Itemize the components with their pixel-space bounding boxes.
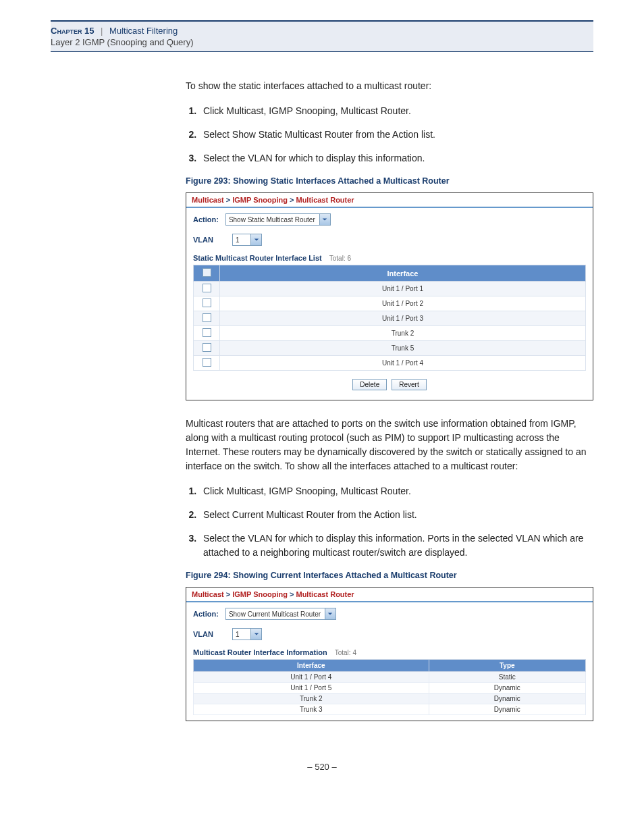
chapter-header: Chapter 15 | Multicast Filtering Layer 2… — [51, 20, 593, 52]
chevron-down-icon — [325, 608, 336, 619]
breadcrumb-sep: > — [226, 196, 232, 204]
type-cell: Dynamic — [429, 694, 585, 704]
checkbox-icon — [203, 268, 211, 277]
vlan-dropdown[interactable]: 1 — [232, 234, 262, 246]
interface-table: Interface Unit 1 / Port 1 Unit 1 / Port … — [193, 265, 586, 371]
breadcrumb-sep: > — [226, 590, 232, 598]
screenshot-static-router: Multicast > IGMP Snooping > Multicast Ro… — [186, 192, 593, 400]
figure-caption-294: Figure 294: Showing Current Interfaces A… — [186, 571, 593, 580]
type-cell: Static — [429, 672, 585, 683]
table-row: Unit 1 / Port 4Static — [194, 672, 586, 683]
breadcrumb-item: IGMP Snooping — [232, 590, 288, 598]
list-title: Static Multicast Router Interface List T… — [193, 254, 586, 262]
type-cell: Dynamic — [429, 683, 585, 694]
breadcrumb: Multicast > IGMP Snooping > Multicast Ro… — [186, 588, 593, 602]
list-title-text: Multicast Router Interface Information — [193, 648, 327, 656]
table-row: Unit 1 / Port 2 — [194, 296, 586, 311]
vlan-label: VLAN — [193, 630, 225, 638]
table-row: Trunk 2Dynamic — [194, 694, 586, 704]
chevron-down-icon — [250, 234, 261, 245]
row-checkbox[interactable] — [203, 313, 211, 322]
breadcrumb-item: Multicast Router — [296, 590, 354, 598]
breadcrumb-item: Multicast — [192, 590, 224, 598]
vlan-label: VLAN — [193, 236, 225, 244]
interface-cell: Unit 1 / Port 2 — [220, 296, 586, 311]
breadcrumb-item: Multicast Router — [296, 196, 354, 204]
figure-caption-293: Figure 293: Showing Static Interfaces At… — [186, 176, 593, 186]
vlan-dropdown-value: 1 — [233, 629, 250, 640]
table-row: Trunk 2 — [194, 326, 586, 341]
step-item: Select Current Multicast Router from the… — [199, 508, 593, 522]
page-number: – 520 – — [51, 762, 593, 772]
separator: | — [101, 26, 103, 36]
col-interface-header: Interface — [194, 660, 429, 672]
select-all-header[interactable] — [194, 265, 220, 282]
table-row: Unit 1 / Port 5Dynamic — [194, 683, 586, 694]
table-row: Unit 1 / Port 1 — [194, 282, 586, 296]
section-title: Multicast Filtering — [109, 26, 178, 36]
steps-list-2: Click Multicast, IGMP Snooping, Multicas… — [186, 484, 593, 560]
interface-cell: Unit 1 / Port 1 — [220, 282, 586, 296]
step-item: Click Multicast, IGMP Snooping, Multicas… — [199, 484, 593, 498]
breadcrumb-item: IGMP Snooping — [232, 196, 288, 204]
vlan-dropdown-value: 1 — [233, 234, 250, 245]
steps-list-1: Click Multicast, IGMP Snooping, Multicas… — [186, 104, 593, 165]
interface-cell: Unit 1 / Port 4 — [220, 356, 586, 371]
step-item: Select Show Static Multicast Router from… — [199, 128, 593, 142]
action-label: Action: — [193, 610, 219, 618]
interface-type-table: Interface Type Unit 1 / Port 4Static Uni… — [193, 659, 586, 715]
row-checkbox[interactable] — [203, 328, 211, 337]
step-item: Select the VLAN for which to display thi… — [199, 151, 593, 165]
table-row: Trunk 3Dynamic — [194, 704, 586, 715]
chevron-down-icon — [319, 214, 330, 225]
interface-cell: Trunk 3 — [194, 704, 429, 715]
delete-button[interactable]: Delete — [352, 379, 387, 390]
vlan-dropdown[interactable]: 1 — [232, 628, 262, 640]
screenshot-current-router: Multicast > IGMP Snooping > Multicast Ro… — [186, 587, 593, 721]
interface-cell: Trunk 2 — [220, 326, 586, 341]
chapter-label: Chapter 15 — [51, 26, 94, 36]
col-type-header: Type — [429, 660, 585, 672]
table-row: Unit 1 / Port 3 — [194, 311, 586, 326]
list-title: Multicast Router Interface Information T… — [193, 648, 586, 656]
row-checkbox[interactable] — [203, 298, 211, 307]
step-item: Select the VLAN for which to display thi… — [199, 531, 593, 560]
action-dropdown-value: Show Static Multicast Router — [226, 214, 319, 225]
row-checkbox[interactable] — [203, 358, 211, 367]
row-checkbox[interactable] — [203, 343, 211, 352]
type-cell: Dynamic — [429, 704, 585, 715]
list-total: Total: 6 — [329, 255, 351, 262]
breadcrumb: Multicast > IGMP Snooping > Multicast Ro… — [186, 193, 593, 208]
table-row: Trunk 5 — [194, 341, 586, 356]
action-dropdown[interactable]: Show Static Multicast Router — [225, 213, 331, 226]
subsection-title: Layer 2 IGMP (Snooping and Query) — [51, 37, 593, 47]
step-item: Click Multicast, IGMP Snooping, Multicas… — [199, 104, 593, 118]
list-title-text: Static Multicast Router Interface List — [193, 254, 322, 262]
table-row: Unit 1 / Port 4 — [194, 356, 586, 371]
breadcrumb-item: Multicast — [192, 196, 224, 204]
action-dropdown[interactable]: Show Current Multicast Router — [225, 608, 336, 620]
action-dropdown-value: Show Current Multicast Router — [226, 608, 325, 619]
interface-cell: Unit 1 / Port 4 — [194, 672, 429, 683]
row-checkbox[interactable] — [203, 284, 211, 292]
col-interface-header: Interface — [220, 265, 586, 282]
interface-cell: Unit 1 / Port 5 — [194, 683, 429, 694]
interface-cell: Trunk 5 — [220, 341, 586, 356]
paragraph-2: Multicast routers that are attached to p… — [186, 417, 593, 473]
intro-paragraph-1: To show the static interfaces attached t… — [186, 79, 593, 93]
interface-cell: Trunk 2 — [194, 694, 429, 704]
list-total: Total: 4 — [335, 649, 356, 656]
action-label: Action: — [193, 215, 219, 224]
interface-cell: Unit 1 / Port 3 — [220, 311, 586, 326]
revert-button[interactable]: Revert — [392, 379, 426, 390]
chevron-down-icon — [250, 629, 261, 640]
